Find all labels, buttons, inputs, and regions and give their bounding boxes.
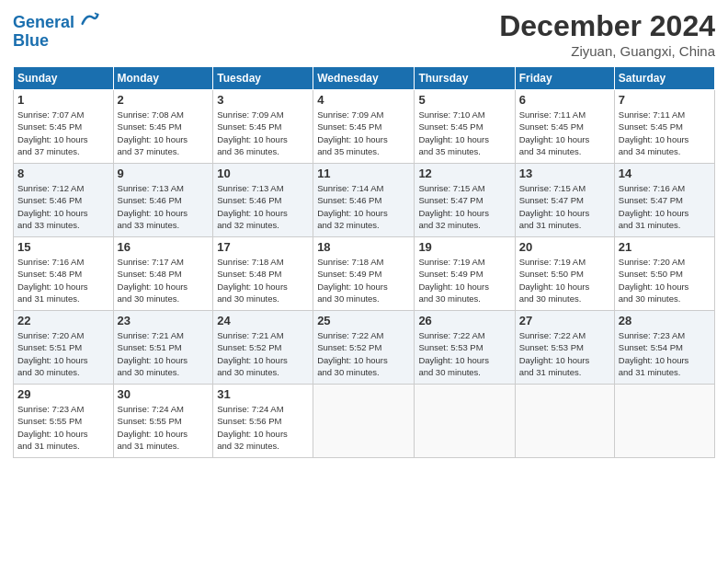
calendar-cell: 11Sunrise: 7:14 AM Sunset: 5:46 PM Dayli… bbox=[313, 164, 415, 237]
day-number: 13 bbox=[519, 167, 610, 180]
day-number: 19 bbox=[418, 240, 510, 254]
day-number: 28 bbox=[619, 314, 711, 327]
day-number: 16 bbox=[118, 240, 210, 254]
calendar-cell: 13Sunrise: 7:15 AM Sunset: 5:47 PM Dayli… bbox=[515, 164, 614, 237]
day-number: 10 bbox=[217, 167, 309, 180]
day-number: 18 bbox=[317, 240, 410, 254]
day-number: 17 bbox=[217, 240, 309, 254]
header-monday: Monday bbox=[113, 67, 213, 90]
day-number: 29 bbox=[17, 387, 109, 401]
day-number: 7 bbox=[619, 93, 711, 107]
calendar-header-row: Sunday Monday Tuesday Wednesday Thursday… bbox=[14, 67, 715, 90]
day-number: 24 bbox=[217, 314, 309, 327]
month-title: December 2024 bbox=[499, 9, 715, 43]
day-info: Sunrise: 7:11 AM Sunset: 5:45 PM Dayligh… bbox=[619, 109, 711, 157]
day-info: Sunrise: 7:17 AM Sunset: 5:48 PM Dayligh… bbox=[118, 256, 210, 304]
day-number: 8 bbox=[17, 167, 109, 180]
day-number: 4 bbox=[317, 93, 410, 107]
logo-text: General bbox=[13, 9, 99, 32]
calendar-cell: 4Sunrise: 7:09 AM Sunset: 5:45 PM Daylig… bbox=[313, 90, 415, 164]
header-wednesday: Wednesday bbox=[313, 67, 415, 90]
day-info: Sunrise: 7:15 AM Sunset: 5:47 PM Dayligh… bbox=[418, 182, 510, 231]
calendar-cell: 1Sunrise: 7:07 AM Sunset: 5:45 PM Daylig… bbox=[14, 90, 114, 164]
day-number: 1 bbox=[17, 93, 109, 107]
calendar-cell: 7Sunrise: 7:11 AM Sunset: 5:45 PM Daylig… bbox=[614, 90, 714, 164]
day-info: Sunrise: 7:23 AM Sunset: 5:54 PM Dayligh… bbox=[619, 329, 711, 378]
logo: General Blue bbox=[13, 9, 99, 51]
calendar-week-2: 8Sunrise: 7:12 AM Sunset: 5:46 PM Daylig… bbox=[14, 164, 715, 237]
location-subtitle: Ziyuan, Guangxi, China bbox=[499, 43, 715, 59]
calendar-cell: 10Sunrise: 7:13 AM Sunset: 5:46 PM Dayli… bbox=[213, 164, 313, 237]
day-number: 22 bbox=[17, 314, 109, 327]
calendar-cell: 27Sunrise: 7:22 AM Sunset: 5:53 PM Dayli… bbox=[515, 311, 614, 385]
calendar-week-1: 1Sunrise: 7:07 AM Sunset: 5:45 PM Daylig… bbox=[14, 90, 715, 164]
logo-subtext: Blue bbox=[13, 32, 99, 51]
calendar-cell: 14Sunrise: 7:16 AM Sunset: 5:47 PM Dayli… bbox=[614, 164, 714, 237]
day-info: Sunrise: 7:10 AM Sunset: 5:45 PM Dayligh… bbox=[418, 109, 510, 157]
calendar-cell: 21Sunrise: 7:20 AM Sunset: 5:50 PM Dayli… bbox=[614, 237, 714, 311]
day-info: Sunrise: 7:21 AM Sunset: 5:52 PM Dayligh… bbox=[217, 329, 309, 378]
day-number: 23 bbox=[118, 314, 210, 327]
day-info: Sunrise: 7:09 AM Sunset: 5:45 PM Dayligh… bbox=[217, 109, 309, 157]
day-number: 25 bbox=[317, 314, 410, 327]
calendar-cell: 29Sunrise: 7:23 AM Sunset: 5:55 PM Dayli… bbox=[14, 385, 114, 458]
day-number: 9 bbox=[118, 167, 210, 180]
calendar-cell bbox=[415, 385, 515, 458]
calendar-cell: 6Sunrise: 7:11 AM Sunset: 5:45 PM Daylig… bbox=[515, 90, 614, 164]
day-info: Sunrise: 7:20 AM Sunset: 5:50 PM Dayligh… bbox=[619, 256, 711, 304]
day-number: 14 bbox=[619, 167, 711, 180]
title-block: December 2024 Ziyuan, Guangxi, China bbox=[499, 9, 715, 59]
day-info: Sunrise: 7:11 AM Sunset: 5:45 PM Dayligh… bbox=[519, 109, 610, 157]
day-info: Sunrise: 7:24 AM Sunset: 5:56 PM Dayligh… bbox=[217, 403, 309, 452]
day-number: 12 bbox=[418, 167, 510, 180]
day-number: 6 bbox=[519, 93, 610, 107]
calendar-cell: 30Sunrise: 7:24 AM Sunset: 5:55 PM Dayli… bbox=[113, 385, 213, 458]
calendar-cell: 28Sunrise: 7:23 AM Sunset: 5:54 PM Dayli… bbox=[614, 311, 714, 385]
day-info: Sunrise: 7:08 AM Sunset: 5:45 PM Dayligh… bbox=[118, 109, 210, 157]
page-container: General Blue December 2024 Ziyuan, Guang… bbox=[0, 0, 728, 467]
day-info: Sunrise: 7:15 AM Sunset: 5:47 PM Dayligh… bbox=[519, 182, 610, 231]
day-info: Sunrise: 7:16 AM Sunset: 5:48 PM Dayligh… bbox=[17, 256, 109, 304]
day-info: Sunrise: 7:19 AM Sunset: 5:50 PM Dayligh… bbox=[519, 256, 610, 304]
header-sunday: Sunday bbox=[14, 67, 114, 90]
day-number: 26 bbox=[418, 314, 510, 327]
day-number: 15 bbox=[17, 240, 109, 254]
calendar-cell: 2Sunrise: 7:08 AM Sunset: 5:45 PM Daylig… bbox=[113, 90, 213, 164]
calendar-cell: 19Sunrise: 7:19 AM Sunset: 5:49 PM Dayli… bbox=[415, 237, 515, 311]
calendar-cell bbox=[515, 385, 614, 458]
calendar-cell: 17Sunrise: 7:18 AM Sunset: 5:48 PM Dayli… bbox=[213, 237, 313, 311]
header-tuesday: Tuesday bbox=[213, 67, 313, 90]
calendar-cell: 20Sunrise: 7:19 AM Sunset: 5:50 PM Dayli… bbox=[515, 237, 614, 311]
day-info: Sunrise: 7:13 AM Sunset: 5:46 PM Dayligh… bbox=[118, 182, 210, 231]
day-info: Sunrise: 7:09 AM Sunset: 5:45 PM Dayligh… bbox=[317, 109, 410, 157]
day-info: Sunrise: 7:13 AM Sunset: 5:46 PM Dayligh… bbox=[217, 182, 309, 231]
day-info: Sunrise: 7:23 AM Sunset: 5:55 PM Dayligh… bbox=[17, 403, 109, 452]
calendar-cell: 15Sunrise: 7:16 AM Sunset: 5:48 PM Dayli… bbox=[14, 237, 114, 311]
header-thursday: Thursday bbox=[415, 67, 515, 90]
day-number: 30 bbox=[118, 387, 210, 401]
day-number: 27 bbox=[519, 314, 610, 327]
day-info: Sunrise: 7:20 AM Sunset: 5:51 PM Dayligh… bbox=[17, 329, 109, 378]
calendar-cell: 3Sunrise: 7:09 AM Sunset: 5:45 PM Daylig… bbox=[213, 90, 313, 164]
calendar-week-4: 22Sunrise: 7:20 AM Sunset: 5:51 PM Dayli… bbox=[14, 311, 715, 385]
day-number: 2 bbox=[118, 93, 210, 107]
calendar-cell: 8Sunrise: 7:12 AM Sunset: 5:46 PM Daylig… bbox=[14, 164, 114, 237]
day-number: 20 bbox=[519, 240, 610, 254]
header-saturday: Saturday bbox=[614, 67, 714, 90]
header-friday: Friday bbox=[515, 67, 614, 90]
calendar-cell: 12Sunrise: 7:15 AM Sunset: 5:47 PM Dayli… bbox=[415, 164, 515, 237]
day-info: Sunrise: 7:21 AM Sunset: 5:51 PM Dayligh… bbox=[118, 329, 210, 378]
day-info: Sunrise: 7:16 AM Sunset: 5:47 PM Dayligh… bbox=[619, 182, 711, 231]
calendar-cell: 23Sunrise: 7:21 AM Sunset: 5:51 PM Dayli… bbox=[113, 311, 213, 385]
calendar-cell bbox=[614, 385, 714, 458]
calendar-cell bbox=[313, 385, 415, 458]
day-number: 21 bbox=[619, 240, 711, 254]
calendar-cell: 31Sunrise: 7:24 AM Sunset: 5:56 PM Dayli… bbox=[213, 385, 313, 458]
calendar-week-5: 29Sunrise: 7:23 AM Sunset: 5:55 PM Dayli… bbox=[14, 385, 715, 458]
day-info: Sunrise: 7:14 AM Sunset: 5:46 PM Dayligh… bbox=[317, 182, 410, 231]
day-info: Sunrise: 7:22 AM Sunset: 5:53 PM Dayligh… bbox=[519, 329, 610, 378]
calendar-cell: 18Sunrise: 7:18 AM Sunset: 5:49 PM Dayli… bbox=[313, 237, 415, 311]
day-number: 31 bbox=[217, 387, 309, 401]
calendar-cell: 9Sunrise: 7:13 AM Sunset: 5:46 PM Daylig… bbox=[113, 164, 213, 237]
day-info: Sunrise: 7:22 AM Sunset: 5:52 PM Dayligh… bbox=[317, 329, 410, 378]
